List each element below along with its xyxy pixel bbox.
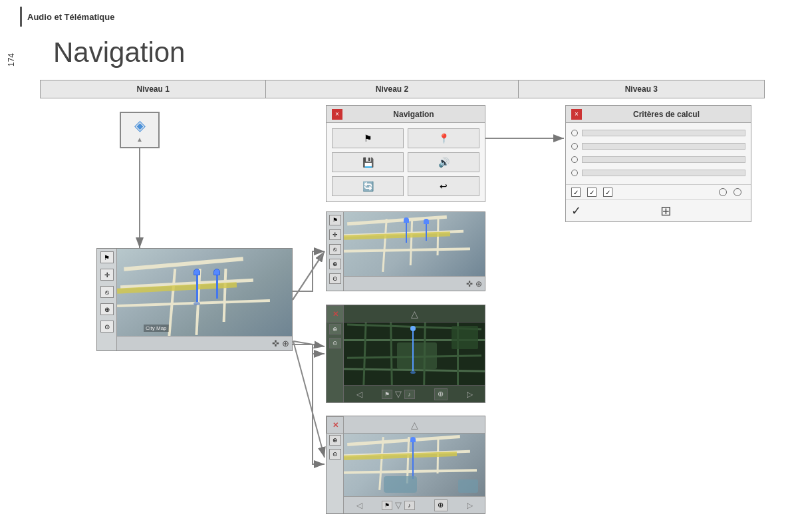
nav-item-save[interactable]: 💾 — [332, 152, 404, 172]
criteres-title: Critères de calcul — [587, 110, 745, 119]
nav-menu-header: × Navigation — [327, 106, 485, 123]
map3d-content — [344, 434, 485, 496]
map3d-loc-btn[interactable]: ⊙ — [329, 449, 341, 460]
levels-header: Niveau 1 Niveau 2 Niveau 3 — [40, 80, 765, 98]
level-2-header: Niveau 2 — [266, 80, 518, 98]
nav-menu-grid: ⚑ 📍 💾 🔊 🔄 ↩ — [327, 123, 485, 201]
dark-loc-btn[interactable]: ⊙ — [329, 338, 341, 348]
header-title: Audio et Télématique — [27, 12, 114, 22]
map3d-top-bar: △ — [344, 416, 485, 434]
nav-item-audio[interactable]: 🔊 — [408, 152, 479, 172]
map2-bottom-toolbar: ✜ ⊕ — [344, 276, 485, 291]
dark-bottom-btn2[interactable]: ♪ — [404, 390, 415, 399]
compass-icon: ◈ ▲ — [134, 117, 146, 143]
radio-row-4 — [571, 167, 745, 179]
map3d-toolbar: ⊕ ⊙ — [327, 434, 344, 514]
confirm-check-btn[interactable]: ✓ — [571, 203, 581, 218]
content-area: ◈ ▲ ⚑ ✛ ⎋ ⊕ ⊙ — [40, 98, 765, 511]
level-1-header: Niveau 1 — [41, 80, 266, 98]
svg-line-6 — [293, 341, 325, 458]
map2-content — [344, 212, 485, 276]
map2-cursor-cross[interactable]: ⊕ — [475, 279, 482, 289]
grid-map-icon: ⊞ — [660, 203, 672, 219]
map3d-zoom-btn[interactable]: ⊕ — [329, 435, 341, 446]
map-toolbar-left: ⚑ ✛ ⎋ ⊕ ⊙ — [97, 249, 117, 350]
map3d-bottom-btn1[interactable]: ⚑ — [382, 501, 392, 510]
cursor-hand-icon[interactable]: ✜ — [272, 338, 279, 348]
radio-row-2 — [571, 140, 745, 152]
dark-target-btn[interactable]: ⊕ — [434, 388, 448, 400]
map-back-btn[interactable]: ⎋ — [100, 286, 114, 298]
checkbox-2[interactable]: ✓ — [587, 188, 597, 197]
svg-line-2 — [293, 251, 325, 300]
header-bar: Audio et Télématique — [20, 7, 798, 27]
dark-up-arrow[interactable]: △ — [411, 309, 418, 319]
map-level1[interactable]: ⚑ ✛ ⎋ ⊕ ⊙ — [96, 248, 293, 351]
radio-3[interactable] — [571, 156, 578, 163]
map-3d-second[interactable]: ✕ ⊕ ⊙ △ — [326, 416, 485, 514]
map3d-left-arrow[interactable]: ◁ — [356, 501, 362, 510]
map3d-down-arrow: ▽ — [395, 500, 402, 510]
dark-left-arrow[interactable]: ◁ — [356, 390, 362, 399]
map3d-close-btn[interactable]: ✕ — [327, 416, 344, 434]
nav-item-destination[interactable]: ⚑ — [332, 128, 404, 148]
dark-map-close-btn[interactable]: ✕ — [327, 305, 344, 323]
compass-button[interactable]: ◈ ▲ — [120, 112, 160, 148]
nav-menu-panel: × Navigation ⚑ 📍 💾 🔊 🔄 ↩ — [326, 105, 485, 202]
map2-move-btn[interactable]: ✛ — [329, 229, 341, 240]
dark-map-top-bar: △ — [344, 305, 485, 323]
criteres-close-btn[interactable]: × — [571, 109, 582, 120]
check-item-2[interactable]: ✓ — [587, 188, 597, 197]
svg-line-4 — [293, 251, 325, 300]
radio-opt-1[interactable] — [719, 188, 727, 196]
map2-back-btn[interactable]: ⎋ — [329, 244, 341, 255]
map2-toolbar-left: ⚑ ✛ ⎋ ⊕ ⊙ — [327, 212, 344, 291]
nav-item-reset[interactable]: 🔄 — [332, 176, 404, 196]
map2-loc-btn[interactable]: ⊙ — [329, 273, 341, 284]
map3d-bottom-btn2[interactable]: ♪ — [404, 501, 415, 510]
map-loc-btn[interactable]: ⊙ — [100, 321, 114, 332]
criteres-panel: × Critères de calcul — [565, 105, 751, 222]
nav-menu-close-btn[interactable]: × — [332, 109, 342, 120]
radio-bar-2 — [582, 143, 745, 150]
check-item-3[interactable]: ✓ — [603, 188, 612, 197]
radio-2[interactable] — [571, 143, 578, 150]
map-zoom-btn[interactable]: ⊕ — [100, 303, 114, 315]
dark-right-arrow[interactable]: ▷ — [467, 390, 473, 399]
dark-bottom-btn1[interactable]: ⚑ — [382, 390, 392, 399]
nav-item-poi[interactable]: 📍 — [408, 128, 479, 148]
dark-zoom-btn[interactable]: ⊕ — [329, 324, 341, 334]
criteres-checkboxes: ✓ ✓ ✓ — [566, 184, 751, 200]
map2-zoom-btn[interactable]: ⊕ — [329, 259, 341, 269]
map3d-right-arrow[interactable]: ▷ — [467, 501, 473, 510]
dark-down-arrow: ▽ — [395, 389, 402, 399]
map2-cursor-hand[interactable]: ✜ — [466, 279, 473, 289]
check-item-1[interactable]: ✓ — [571, 188, 581, 197]
map2-flag-btn[interactable]: ⚑ — [329, 215, 341, 225]
criteres-header: × Critères de calcul — [566, 106, 751, 123]
dark-map-bottom-bar: ◁ ⚑ ▽ ♪ ⊕ ▷ — [344, 385, 485, 402]
map-move-btn[interactable]: ✛ — [100, 269, 114, 281]
map-level2-nav[interactable]: ⚑ ✛ ⎋ ⊕ ⊙ — [326, 211, 485, 291]
nav-item-route[interactable]: ↩ — [408, 176, 479, 196]
radio-pair — [719, 188, 745, 196]
map-dark-2d[interactable]: ✕ ⊕ ⊙ △ — [326, 305, 485, 403]
page-number: 174 — [7, 53, 16, 66]
radio-1[interactable] — [571, 130, 578, 136]
checkbox-3[interactable]: ✓ — [603, 188, 612, 197]
radio-bar-1 — [582, 130, 745, 136]
map-flag-btn[interactable]: ⚑ — [100, 251, 114, 263]
radio-4[interactable] — [571, 170, 578, 176]
checkbox-1[interactable]: ✓ — [571, 188, 581, 197]
nav-menu-title: Navigation — [348, 110, 479, 119]
map3d-up-arrow[interactable]: △ — [411, 420, 418, 430]
map3d-bottom-bar: ◁ ⚑ ▽ ♪ ⊕ ▷ — [344, 496, 485, 513]
dark-map-toolbar: ⊕ ⊙ — [327, 323, 344, 403]
map3d-target-btn[interactable]: ⊕ — [434, 499, 448, 511]
page-title: Navigation — [53, 37, 185, 68]
radio-bar-3 — [582, 156, 745, 163]
map-bottom-toolbar-l1: ✜ ⊕ — [117, 336, 292, 350]
radio-opt-2[interactable] — [733, 188, 741, 196]
svg-line-5 — [293, 341, 325, 346]
cursor-cross-icon[interactable]: ⊕ — [282, 338, 289, 348]
